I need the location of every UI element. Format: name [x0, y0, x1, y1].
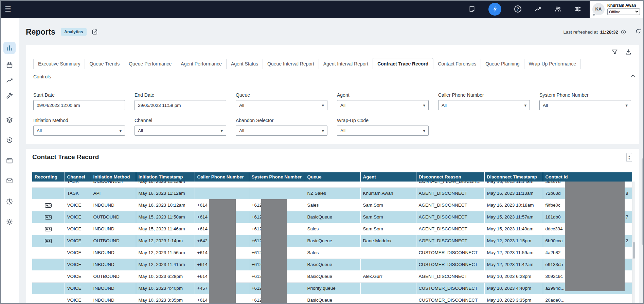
report-tab[interactable]: Queue Trends — [85, 59, 124, 69]
sidebar-item-calendar[interactable] — [3, 59, 16, 71]
filter-dropdown[interactable]: All ▾ — [337, 126, 429, 136]
filter-dropdown[interactable]: All ▾ — [33, 126, 125, 136]
recording-icon[interactable] — [45, 238, 52, 243]
hamburger-menu-icon[interactable]: ☰ — [5, 5, 11, 13]
table-scrollbar[interactable] — [632, 182, 635, 304]
people-icon[interactable] — [554, 5, 561, 13]
analytics-badge: Analytics — [61, 28, 87, 36]
dropdown-value: All — [340, 103, 345, 108]
bar-chart-icon — [6, 44, 13, 52]
recording-icon[interactable] — [45, 214, 52, 220]
sidebar-item-layers[interactable] — [3, 114, 16, 126]
cell-initiation-timestamp: May 12, 2023 11:41am — [136, 259, 195, 270]
chevron-up-icon[interactable] — [629, 73, 636, 79]
table-row[interactable]: VOICE OUTBOUND May 10, 2023 6:28pm +614 … — [32, 270, 632, 282]
cell-recording — [32, 235, 65, 247]
filter-field: Start Date — [33, 92, 125, 110]
report-tab[interactable]: Queue Performance — [124, 59, 176, 69]
filter-dropdown[interactable]: All ▾ — [438, 100, 530, 110]
table-spinner-control[interactable]: ▴ ▾ — [626, 153, 632, 162]
column-header[interactable]: Recording — [32, 172, 65, 182]
table-row[interactable]: TASK DISCONNECT May 16, 2023 11:13am CON… — [32, 182, 632, 187]
spinner-down-icon[interactable]: ▾ — [628, 157, 630, 160]
cell-channel: VOICE — [65, 282, 91, 294]
wrench-icon — [6, 92, 13, 100]
cell-initiation-timestamp: May 16, 2023 11:12am — [136, 187, 195, 199]
filter-dropdown[interactable]: All ▾ — [337, 100, 429, 110]
dropdown-value: All — [37, 128, 42, 133]
sidebar-item-mail[interactable] — [3, 175, 16, 187]
column-header[interactable]: Disconnect Timestamp — [484, 172, 543, 182]
column-header[interactable]: Disconnect Reason — [416, 172, 484, 182]
page-scrollbar[interactable] — [641, 18, 644, 304]
table-body: TASK DISCONNECT May 16, 2023 11:13am CON… — [32, 182, 632, 304]
recording-icon[interactable] — [45, 203, 52, 208]
sidebar-item-windows[interactable] — [3, 155, 16, 167]
filter-field: Agent All ▾ — [337, 92, 429, 110]
chevron-down-icon: ▾ — [423, 128, 425, 133]
filter-icon[interactable] — [611, 49, 618, 55]
table-row[interactable]: VOICE INBOUND May 15, 2023 11:46am +614 … — [32, 223, 632, 235]
sidebar-item-reports[interactable] — [3, 42, 16, 54]
report-tab[interactable]: Wrap-Up Performance — [524, 59, 581, 69]
column-header[interactable]: Caller Phone Number — [195, 172, 249, 182]
sliders-icon[interactable] — [574, 5, 582, 13]
help-icon[interactable]: ? — [514, 5, 521, 13]
sidebar-item-tools[interactable] — [3, 90, 16, 102]
line-chart-icon[interactable] — [534, 5, 541, 13]
cell-recording — [32, 247, 65, 259]
table-row[interactable]: VOICE OUTBOUND May 12, 2023 1:14pm +642 … — [32, 235, 632, 247]
report-tab[interactable]: Executive Summary — [33, 59, 85, 69]
filter-dropdown[interactable]: All ▾ — [236, 126, 327, 136]
report-tab[interactable]: Queue Planning — [481, 59, 524, 69]
sidebar-item-trends[interactable] — [3, 74, 16, 87]
filter-dropdown[interactable]: All ▾ — [539, 100, 631, 110]
table-row[interactable]: VOICE INBOUND May 16, 2023 10:12am +614 … — [32, 199, 632, 211]
date-input[interactable] — [135, 100, 226, 110]
filter-dropdown[interactable]: All ▾ — [236, 100, 327, 110]
table-row[interactable]: VOICE INBOUND May 12, 2023 11:41am +614 … — [32, 259, 632, 270]
sidebar-item-settings[interactable] — [3, 216, 16, 228]
lightning-icon[interactable] — [488, 3, 501, 16]
column-header[interactable]: Initiation Timestamp — [136, 172, 195, 182]
spinner-up-icon[interactable]: ▴ — [628, 154, 630, 157]
recording-icon[interactable] — [45, 226, 52, 231]
table-row[interactable]: VOICE INBOUND May 12, 2023 11:56am +614 … — [32, 247, 632, 259]
report-tab[interactable]: Queue Interval Report — [263, 59, 319, 69]
date-input[interactable] — [33, 100, 125, 110]
column-header[interactable]: Agent — [360, 172, 416, 182]
column-header[interactable]: Channel — [65, 172, 91, 182]
info-icon[interactable] — [621, 29, 626, 35]
cell-initiation-method: INBOUND — [91, 282, 136, 294]
filter-dropdown[interactable]: All ▾ — [135, 126, 226, 136]
report-tab[interactable]: Agent Status — [226, 59, 263, 69]
note-icon[interactable] — [468, 5, 476, 13]
topbar-icon-group: ? — [468, 3, 582, 16]
table-row[interactable]: VOICE OUTBOUND May 15, 2023 11:50am +614… — [32, 211, 632, 223]
report-tab[interactable]: Agent Performance — [176, 59, 226, 69]
cell-channel: VOICE — [65, 247, 91, 259]
sidebar-item-history[interactable] — [3, 134, 16, 146]
page-scrollbar-thumb[interactable] — [642, 158, 644, 245]
table-scrollbar-thumb[interactable] — [633, 242, 635, 259]
download-icon[interactable] — [625, 49, 632, 55]
column-header[interactable]: Queue — [305, 172, 360, 182]
report-tab[interactable]: Contact Forensics — [433, 59, 481, 69]
column-header[interactable]: System Phone Number — [249, 172, 305, 182]
table-row[interactable]: TASK API May 16, 2023 11:12am NZ Sales K… — [32, 187, 632, 199]
sidebar-item-pie[interactable] — [3, 195, 16, 208]
filter-fields: Start Date End Date Queue All ▾ — [33, 92, 632, 136]
user-name: Khurram Awan — [607, 3, 640, 8]
report-tab[interactable]: Agent Interval Report — [319, 59, 373, 69]
table-row[interactable]: VOICE INBOUND May 10, 2023 4:40pm +457 +… — [32, 282, 632, 294]
external-link-icon[interactable] — [91, 28, 98, 35]
table-row[interactable]: VOICE INBOUND May 10, 2023 3:35pm +614 +… — [32, 294, 632, 304]
column-header[interactable]: Contact Id — [543, 172, 632, 182]
cell-initiation-timestamp: May 15, 2023 11:50am — [136, 211, 195, 223]
refresh-icon[interactable] — [635, 28, 641, 34]
report-tab[interactable]: Contract Trace Record — [373, 58, 433, 69]
cell-initiation-method: INBOUND — [91, 223, 136, 235]
presence-select[interactable]: Offline — [607, 8, 640, 15]
column-header[interactable]: Initiation Method — [91, 172, 136, 182]
avatar[interactable]: KA — [592, 3, 605, 15]
